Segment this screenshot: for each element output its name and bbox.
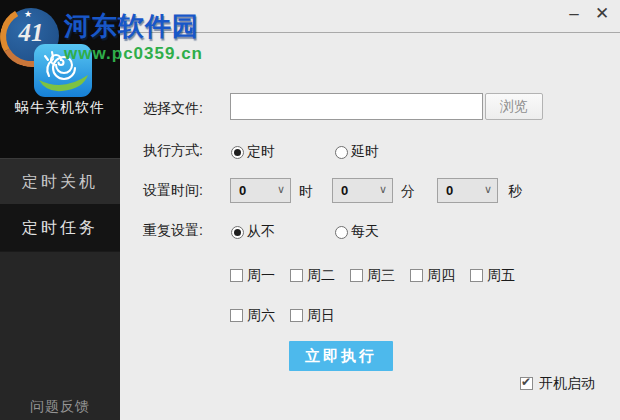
autostart-checkbox[interactable]: ✔: [520, 377, 533, 390]
checkbox-thursday-label[interactable]: 周四: [427, 267, 455, 285]
second-select[interactable]: 0 ∨: [437, 178, 498, 203]
sidebar-item-feedback[interactable]: 问题反馈: [0, 398, 120, 416]
time-label: 设置时间:: [143, 182, 203, 200]
watermark-site-name: 河东软件园: [64, 9, 199, 44]
radio-never[interactable]: [231, 226, 244, 239]
radio-everyday-label[interactable]: 每天: [351, 223, 379, 241]
file-label: 选择文件:: [143, 100, 203, 118]
browse-button[interactable]: 浏览: [485, 93, 543, 120]
radio-timed[interactable]: [231, 146, 244, 159]
checkbox-friday-label[interactable]: 周五: [487, 267, 515, 285]
sidebar-item-timed-task[interactable]: 定时任务: [0, 204, 120, 252]
checkbox-saturday[interactable]: [230, 309, 243, 322]
mode-label: 执行方式:: [143, 142, 203, 160]
chevron-down-icon: ∨: [277, 183, 285, 196]
checkbox-tuesday[interactable]: [290, 269, 303, 282]
checkbox-friday[interactable]: [470, 269, 483, 282]
checkbox-sunday[interactable]: [290, 309, 303, 322]
execute-now-button[interactable]: 立即执行: [289, 341, 393, 371]
second-unit-label: 秒: [508, 183, 522, 201]
radio-delayed[interactable]: [335, 146, 348, 159]
checkbox-tuesday-label[interactable]: 周二: [307, 267, 335, 285]
autostart-label[interactable]: 开机启动: [539, 375, 595, 393]
minute-unit-label: 分: [401, 183, 415, 201]
checkbox-monday-label[interactable]: 周一: [247, 267, 275, 285]
minute-value: 0: [341, 183, 348, 198]
chevron-down-icon: ∨: [379, 183, 387, 196]
logo-text: 41: [3, 19, 59, 47]
app-name: 蜗牛关机软件: [0, 99, 120, 117]
minute-select[interactable]: 0 ∨: [332, 178, 393, 203]
repeat-label: 重复设置:: [143, 222, 203, 240]
close-icon[interactable]: ✕: [590, 1, 614, 27]
second-value: 0: [446, 183, 453, 198]
radio-everyday[interactable]: [335, 226, 348, 239]
radio-delayed-label[interactable]: 延时: [351, 143, 379, 161]
radio-never-label[interactable]: 从不: [247, 223, 275, 241]
checkbox-wednesday[interactable]: [350, 269, 363, 282]
watermark-site-url: www.pc0359.cn: [64, 44, 203, 64]
chevron-down-icon: ∨: [484, 183, 492, 196]
check-icon: ✔: [521, 375, 531, 389]
file-path-input[interactable]: [230, 93, 483, 120]
minimize-icon[interactable]: –: [563, 1, 585, 27]
radio-timed-label[interactable]: 定时: [247, 143, 275, 161]
checkbox-saturday-label[interactable]: 周六: [247, 307, 275, 325]
hour-unit-label: 时: [299, 183, 313, 201]
sidebar-item-timed-shutdown[interactable]: 定时关机: [0, 158, 120, 205]
hour-select[interactable]: 0 ∨: [230, 178, 291, 203]
app-window: 蜗牛关机软件 定时关机 定时任务 问题反馈 – ✕ 选择文件: 浏览 执行方式:…: [0, 0, 620, 420]
star-icon: ★: [24, 9, 32, 19]
checkbox-monday[interactable]: [230, 269, 243, 282]
checkbox-thursday[interactable]: [410, 269, 423, 282]
hour-value: 0: [239, 183, 246, 198]
checkbox-sunday-label[interactable]: 周日: [307, 307, 335, 325]
checkbox-wednesday-label[interactable]: 周三: [367, 267, 395, 285]
